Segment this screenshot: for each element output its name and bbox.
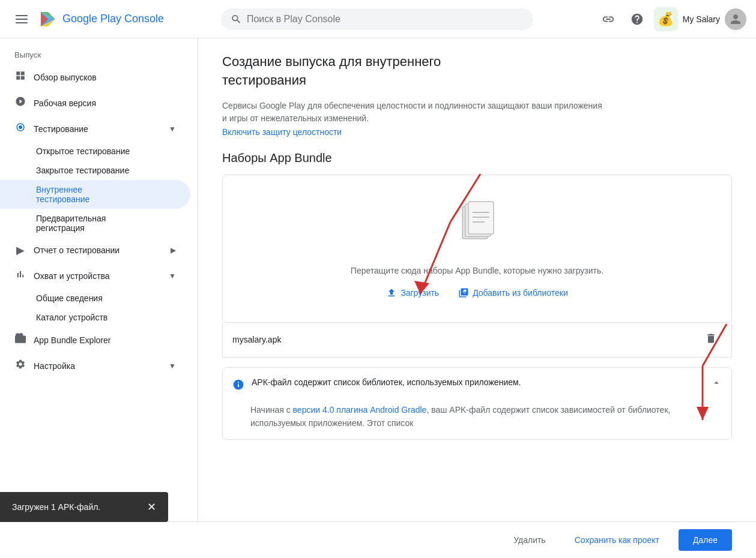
file-item: mysalary.apk xyxy=(222,323,732,358)
reach-label: Охват и устройства xyxy=(34,271,110,281)
toast-message: Загружен 1 АРК-файл. xyxy=(12,502,100,512)
info-box-body: Начиная с версии 4.0 плагина Android Gra… xyxy=(223,403,731,440)
settings-label: Настройка xyxy=(34,361,75,371)
test-report-icon: ▶ xyxy=(14,244,26,257)
app-name: My Salary xyxy=(683,14,720,24)
settings-expand-icon: ▼ xyxy=(169,362,176,370)
bundles-title: Наборы App Bundle xyxy=(222,151,732,165)
drop-zone-text: Перетащите сюда наборы App Bundle, котор… xyxy=(247,266,707,275)
file-name: mysalary.apk xyxy=(232,335,700,344)
page-title: Создание выпуска для внутреннеготестиров… xyxy=(222,53,732,90)
info-collapse-button[interactable] xyxy=(711,377,722,391)
main-layout: Выпуск Обзор выпусков Рабочая версия Тес… xyxy=(0,38,756,521)
upload-label: Загрузить xyxy=(401,288,439,298)
header: Google Play Console 💰 My Salary xyxy=(0,0,756,38)
sidebar: Выпуск Обзор выпусков Рабочая версия Тес… xyxy=(0,38,198,521)
info-box-title: АРК-файл содержит список библиотек, испо… xyxy=(252,377,704,387)
internal-testing-label: Внутреннеетестирование xyxy=(36,185,89,204)
testing-icon xyxy=(14,122,26,136)
play-logo-icon xyxy=(38,10,58,29)
drop-zone[interactable]: Перетащите сюда наборы App Bundle, котор… xyxy=(222,175,732,323)
help-button[interactable] xyxy=(625,7,649,31)
settings-icon xyxy=(14,359,26,373)
sidebar-item-device-catalog[interactable]: Каталог устройств xyxy=(0,308,190,327)
info-box: АРК-файл содержит список библиотек, испо… xyxy=(222,367,732,440)
sidebar-item-internal-testing[interactable]: Внутреннеетестирование xyxy=(0,180,190,209)
sidebar-item-app-bundle[interactable]: App Bundle Explorer xyxy=(0,327,190,353)
delete-button[interactable]: Удалить xyxy=(504,530,555,550)
sidebar-section-header: Выпуск xyxy=(0,48,198,64)
library-label: Добавить из библиотеки xyxy=(473,288,568,298)
sidebar-item-closed-testing[interactable]: Закрытое тестирование xyxy=(0,161,190,180)
sidebar-item-overview[interactable]: Обзор выпусков xyxy=(0,64,190,90)
testing-label: Тестирование xyxy=(34,124,88,134)
bottom-bar: Удалить Сохранить как проект Далее xyxy=(0,521,756,558)
sidebar-item-open-testing[interactable]: Открытое тестирование xyxy=(0,142,190,161)
header-left: Google Play Console xyxy=(10,7,214,31)
toast-close-button[interactable]: ✕ xyxy=(147,500,156,514)
logo-text: Google Play Console xyxy=(62,13,164,25)
reach-expand-icon: ▼ xyxy=(169,272,176,280)
search-icon xyxy=(231,13,242,25)
device-catalog-label: Каталог устройств xyxy=(36,313,107,322)
app-bundle-icon xyxy=(14,333,26,347)
library-button[interactable]: Добавить из библиотеки xyxy=(458,287,568,298)
test-report-expand-icon: ▶ xyxy=(171,246,176,254)
svg-point-7 xyxy=(19,125,22,129)
sidebar-item-general-info[interactable]: Общие сведения xyxy=(0,289,190,308)
drop-zone-actions: Загрузить Добавить из библиотеки xyxy=(247,287,707,298)
menu-button[interactable] xyxy=(10,7,34,31)
android-gradle-link[interactable]: версии 4.0 плагина Android Gradle xyxy=(293,405,427,415)
info-box-header[interactable]: АРК-файл содержит список библиотек, испо… xyxy=(223,368,731,403)
production-label: Рабочая версия xyxy=(34,98,96,108)
info-icon xyxy=(232,379,244,394)
app-badge[interactable]: 💰 xyxy=(654,7,678,31)
open-testing-label: Открытое тестирование xyxy=(36,146,130,156)
integrity-link[interactable]: Включить защиту целостности xyxy=(222,127,342,137)
reach-icon xyxy=(14,269,26,283)
sidebar-item-settings[interactable]: Настройка ▼ xyxy=(0,353,190,379)
general-info-label: Общие сведения xyxy=(36,293,103,303)
drop-zone-icon xyxy=(247,199,707,256)
app-bundle-label: App Bundle Explorer xyxy=(34,335,110,345)
overview-label: Обзор выпусков xyxy=(34,73,97,82)
upload-button[interactable]: Загрузить xyxy=(386,287,439,298)
pre-registration-label: Предварительнаярегистрация xyxy=(36,214,106,233)
info-body-text: Начиная с версии 4.0 плагина Android Gra… xyxy=(250,405,670,428)
production-icon xyxy=(14,96,26,110)
content-area: Создание выпуска для внутреннеготестиров… xyxy=(198,38,756,521)
file-delete-button[interactable] xyxy=(700,330,722,350)
avatar[interactable] xyxy=(725,8,746,30)
sidebar-item-test-report[interactable]: ▶ Отчет о тестировании ▶ xyxy=(0,238,190,263)
testing-expand-icon: ▼ xyxy=(169,125,176,133)
next-button[interactable]: Далее xyxy=(679,529,732,551)
test-report-label: Отчет о тестировании xyxy=(34,245,119,255)
closed-testing-label: Закрытое тестирование xyxy=(36,166,129,175)
search-bar[interactable] xyxy=(221,8,533,30)
sidebar-item-pre-registration[interactable]: Предварительнаярегистрация xyxy=(0,209,190,238)
toast: Загружен 1 АРК-файл. ✕ xyxy=(0,492,168,522)
link-button[interactable] xyxy=(596,7,620,31)
overview-icon xyxy=(14,70,26,84)
save-project-button[interactable]: Сохранить как проект xyxy=(565,530,669,550)
sidebar-item-testing[interactable]: Тестирование ▼ xyxy=(0,116,190,142)
search-input[interactable] xyxy=(247,14,524,25)
sidebar-item-reach[interactable]: Охват и устройства ▼ xyxy=(0,263,190,289)
sidebar-item-production[interactable]: Рабочая версия xyxy=(0,90,190,116)
header-actions: 💰 My Salary xyxy=(596,7,746,31)
intro-text: Сервисы Google Play для обеспечения цело… xyxy=(222,100,732,125)
